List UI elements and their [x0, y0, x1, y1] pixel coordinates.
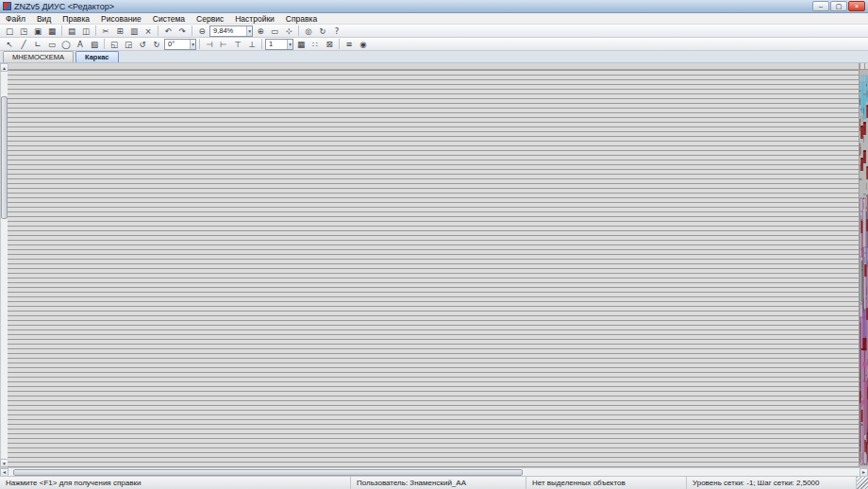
- minimize-button[interactable]: –: [812, 1, 829, 11]
- undo-button[interactable]: ↶: [161, 25, 175, 37]
- schematic-canvas[interactable]: 110 кВТН-110 кВ1СШ2СШТЭЦ1СШ 1102СШ 1101С…: [860, 70, 868, 467]
- status-grid-settings: Уровень сетки: -1; Шаг сетки: 2,5000: [687, 477, 857, 489]
- pan-icon: ⊹: [285, 26, 292, 36]
- delete-button[interactable]: ×: [142, 25, 155, 37]
- grid-toggle-button[interactable]: ▦: [294, 38, 308, 50]
- align-top-button[interactable]: ⊤: [231, 38, 244, 50]
- tab-karkas[interactable]: Каркас: [75, 51, 119, 62]
- group-button[interactable]: ◱: [108, 38, 121, 50]
- toolbar-separator: [192, 25, 192, 36]
- vertical-scrollbar[interactable]: ▲ ▼: [0, 63, 8, 467]
- help-button[interactable]: ?: [330, 25, 343, 37]
- line-tool-button[interactable]: ╱: [17, 38, 30, 50]
- image-tool-icon: ▧: [91, 40, 98, 49]
- search-objects-icon: ◉: [359, 40, 366, 49]
- cut-button[interactable]: ✂: [99, 25, 112, 37]
- horizontal-scroll-track[interactable]: [8, 469, 860, 476]
- resize-grip[interactable]: [857, 477, 868, 489]
- image-tool-button[interactable]: ▧: [88, 38, 101, 50]
- ellipse-tool-button[interactable]: ◯: [59, 38, 73, 50]
- ungroup-icon: ◲: [125, 40, 132, 49]
- menu-item[interactable]: Вид: [31, 13, 57, 24]
- menu-item[interactable]: Справка: [280, 13, 323, 24]
- paste-icon: ▥: [130, 26, 138, 36]
- grid-toggle-icon: ▦: [297, 40, 305, 49]
- toolbar-separator: [199, 39, 200, 49]
- open-file-button[interactable]: ◳: [17, 25, 30, 37]
- snap-toggle-button[interactable]: ∷: [309, 38, 322, 50]
- zoom-fit-button[interactable]: ▭: [268, 25, 281, 37]
- workspace: ▲ ▼ 110 кВТН-110 кВ1СШ2СШТЭЦ1СШ 1102СШ 1…: [0, 63, 868, 467]
- rotate-ccw-icon: ↺: [139, 40, 145, 49]
- menu-item[interactable]: Система: [147, 13, 191, 24]
- redo-button[interactable]: ↷: [175, 25, 189, 37]
- save-all-button[interactable]: ▦: [45, 25, 58, 37]
- status-user: Пользователь: Знаменский_АА: [351, 477, 526, 489]
- search-objects-button[interactable]: ◉: [357, 38, 370, 50]
- zoom-in-icon: ⊕: [257, 26, 263, 36]
- open-file-icon: ◳: [20, 26, 27, 36]
- tab-mnemoskhema[interactable]: МНЕМОСХЕМА: [3, 51, 74, 62]
- rect-tool-icon: ▭: [48, 40, 56, 49]
- horizontal-scrollbar[interactable]: ◄ ►: [0, 467, 868, 476]
- status-hint: Нажмите <F1> для получения справки: [0, 477, 351, 489]
- align-right-icon: ⊢: [220, 40, 226, 49]
- app-icon: [3, 2, 11, 10]
- horizontal-ruler: [860, 63, 868, 70]
- ungroup-button[interactable]: ◲: [122, 38, 135, 50]
- polyline-tool-icon: ∟: [34, 40, 41, 49]
- lock-button[interactable]: ⊠: [323, 38, 336, 50]
- select-tool-button[interactable]: ↖: [3, 38, 16, 50]
- layer-combo[interactable]: 1▾: [265, 39, 293, 50]
- print-preview-button[interactable]: ◫: [79, 25, 92, 37]
- svg-text:ВЛ 35кВ Красноярская - Бугачев: ВЛ 35кВ Красноярская - Бугачево: [863, 312, 864, 317]
- toolbar-separator: [158, 25, 159, 36]
- schematic-svg[interactable]: 110 кВТН-110 кВ1СШ2СШТЭЦ1СШ 1102СШ 1101С…: [860, 70, 868, 467]
- text-tool-icon: A: [77, 40, 83, 49]
- tab-bar: МНЕМОСХЕМАКаркас: [0, 51, 868, 63]
- maximize-button[interactable]: ▢: [830, 1, 847, 11]
- pan-button[interactable]: ⊹: [282, 25, 295, 37]
- menu-item[interactable]: Настройки: [229, 13, 280, 24]
- new-file-icon: □: [6, 26, 13, 36]
- line-tool-icon: ╱: [21, 40, 25, 49]
- chevron-down-icon: ▾: [246, 26, 252, 36]
- polyline-tool-button[interactable]: ∟: [31, 38, 44, 50]
- app-window: ZNZv5 ДИУС <Редактор> – ▢ × ФайлВидПравк…: [0, 0, 868, 489]
- save-icon: ▣: [34, 26, 42, 36]
- align-left-button[interactable]: ⊣: [203, 38, 216, 50]
- zoom-in-button[interactable]: ⊕: [254, 25, 267, 37]
- menu-item[interactable]: Правка: [57, 13, 95, 24]
- horizontal-scroll-thumb[interactable]: [13, 469, 523, 476]
- new-file-button[interactable]: □: [3, 25, 16, 37]
- angle-combo[interactable]: 0°▾: [164, 39, 196, 50]
- vertical-scroll-thumb[interactable]: [1, 96, 8, 219]
- svg-text:ПС 110 кВ МОРОЗОВО: ПС 110 кВ МОРОЗОВО: [861, 460, 862, 465]
- save-button[interactable]: ▣: [31, 25, 44, 37]
- svg-text:ВЛ 35кВ Бугачево - Распределит: ВЛ 35кВ Бугачево - Распределительная: [865, 242, 866, 247]
- find-button[interactable]: ◎: [302, 25, 315, 37]
- rect-tool-button[interactable]: ▭: [45, 38, 58, 50]
- align-right-button[interactable]: ⊢: [217, 38, 230, 50]
- text-tool-button[interactable]: A: [74, 38, 87, 50]
- status-selection: Нет выделенных объектов: [526, 477, 687, 489]
- close-button[interactable]: ×: [848, 1, 865, 11]
- zoom-fit-icon: ▭: [271, 26, 278, 36]
- menu-item[interactable]: Сервис: [191, 13, 229, 24]
- align-bottom-button[interactable]: ⊥: [245, 38, 259, 50]
- zoom-out-button[interactable]: ⊖: [195, 25, 209, 37]
- toolbar-main: □◳▣▦▤◫✂⊞▥×↶↷⊖9,84%▾⊕▭⊹◎↻?: [0, 25, 868, 38]
- refresh-button[interactable]: ↻: [316, 25, 329, 37]
- rotate-cw-button[interactable]: ↻: [150, 38, 163, 50]
- undo-icon: ↶: [164, 26, 171, 36]
- title-bar[interactable]: ZNZv5 ДИУС <Редактор> – ▢ ×: [0, 0, 868, 13]
- menu-item[interactable]: Рисование: [95, 13, 147, 24]
- menu-item[interactable]: Файл: [0, 13, 31, 24]
- copy-button[interactable]: ⊞: [113, 25, 126, 37]
- print-button[interactable]: ▤: [65, 25, 78, 37]
- zoom-level-combo[interactable]: 9,84%▾: [209, 25, 253, 37]
- svg-text:ВЛ 110кВ Распределительная - К: ВЛ 110кВ Распределительная - Красноярска…: [860, 85, 860, 91]
- properties-button[interactable]: ≡: [342, 38, 356, 50]
- rotate-ccw-button[interactable]: ↺: [136, 38, 149, 50]
- paste-button[interactable]: ▥: [127, 25, 141, 37]
